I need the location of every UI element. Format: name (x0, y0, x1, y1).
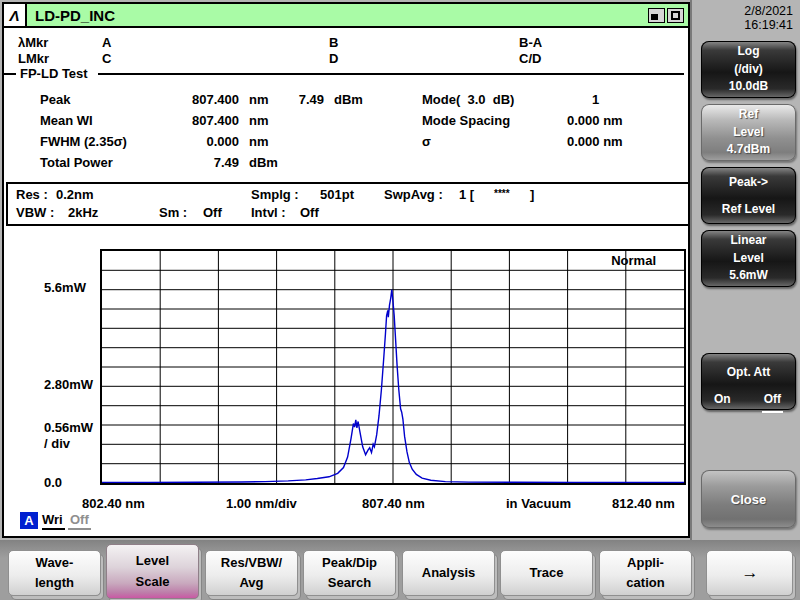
menu-application-button[interactable]: Appli- cation (599, 550, 692, 596)
close-button[interactable]: Close (701, 470, 796, 528)
spectrum-svg (102, 251, 684, 483)
y-axis-label-zero: 0.0 (44, 475, 62, 490)
swpavg-label: SwpAvg : (384, 187, 443, 202)
minimize-button[interactable] (648, 8, 665, 23)
res-value: 0.2nm (56, 187, 94, 202)
y-axis-label-mid: 2.80mW (44, 377, 93, 392)
fwhm-unit: nm (249, 134, 269, 149)
opt-att-title: Opt. Att (727, 364, 771, 381)
section-rule-right (98, 73, 684, 75)
peak-power: 7.49 (279, 92, 324, 107)
wl-marker-b: B (329, 35, 338, 50)
trace-indicator[interactable]: A (20, 512, 38, 529)
trace-write-mode[interactable]: Wri (42, 512, 65, 530)
peak-wavelength-unit: nm (249, 92, 269, 107)
smplg-label: Smplg : (251, 187, 299, 202)
optical-attenuator-button[interactable]: Opt. Att On Off (701, 353, 796, 410)
menu-level-scale-button[interactable]: Level Scale (106, 544, 199, 599)
lv-marker-ratio: C/D (519, 51, 541, 66)
y-axis-label-top: 5.6mW (44, 280, 86, 295)
mode-count-label: Mode( 3.0 dB) (422, 92, 514, 107)
date-text: 2/8/2021 (703, 4, 793, 18)
intvl-value: Off (300, 205, 319, 220)
linear-level-button[interactable]: Linear Level 5.6mW (701, 230, 796, 287)
mean-wl-label: Mean WI (40, 113, 93, 128)
ref-level-button[interactable]: Ref Level 4.7dBm (701, 104, 796, 161)
peak-to-ref-level-button[interactable]: Peak-> Ref Level (701, 167, 796, 224)
menu-trace-button[interactable]: Trace (500, 550, 593, 596)
time-text: 16:19:41 (703, 18, 793, 32)
x-axis-label-start: 802.40 nm (82, 496, 145, 511)
total-power-value: 7.49 (154, 155, 239, 170)
trace-mode-label: Normal (611, 253, 656, 268)
total-power-label: Total Power (40, 155, 113, 170)
sigma-label: σ (422, 134, 431, 149)
y-axis-scale-label2: / div (44, 436, 70, 451)
window-titlebar: Λ LD-PD_INC (4, 4, 688, 28)
sm-label: Sm : (159, 205, 187, 220)
osa-screen: Λ LD-PD_INC λMkr A B B-A LMkr C D C/D FP… (0, 0, 800, 600)
log-per-div-button[interactable]: Log (/div) 10.0dB (701, 41, 796, 98)
section-title: FP-LD Test (20, 66, 88, 81)
mode-spacing-label: Mode Spacing (422, 113, 510, 128)
res-label: Res : (16, 187, 48, 202)
window-title: LD-PD_INC (35, 7, 115, 24)
x-axis-label-center: 807.40 nm (362, 496, 425, 511)
menu-res-vbw-avg-button[interactable]: Res/VBW/ Avg (205, 550, 298, 596)
swpavg-bracket: ] (530, 187, 534, 202)
peak-wavelength: 807.400 (154, 92, 239, 107)
maximize-icon (671, 11, 680, 20)
trace-off-state[interactable]: Off (68, 512, 91, 530)
intvl-label: Intvl : (251, 205, 286, 220)
menu-next-page-button[interactable]: → (706, 550, 793, 596)
sm-value: Off (203, 205, 222, 220)
menu-wavelength-button[interactable]: Wave- length (8, 550, 101, 596)
swpavg-stars: **** (494, 188, 510, 199)
lv-marker-c: C (102, 51, 111, 66)
smplg-value: 501pt (320, 187, 354, 202)
minimize-icon (651, 14, 658, 20)
mode-spacing-value: 0.000 nm (567, 113, 623, 128)
anritsu-logo-icon: Λ (4, 4, 27, 26)
x-axis-label-per-div: 1.00 nm/div (226, 496, 297, 511)
mode-count-value: 1 (592, 92, 599, 107)
menu-peak-dip-search-button[interactable]: Peak/Dip Search (303, 550, 396, 596)
lv-marker-d: D (329, 51, 338, 66)
wl-marker-diff: B-A (519, 35, 542, 50)
peak-power-unit: dBm (334, 92, 363, 107)
next-page-arrow-icon: → (742, 560, 758, 586)
wl-marker-label: λMkr (18, 35, 48, 50)
x-axis-label-medium: in Vacuum (506, 496, 571, 511)
fwhm-value: 0.000 (154, 134, 239, 149)
spectrum-plot: Normal (100, 249, 686, 485)
maximize-button[interactable] (667, 8, 684, 23)
sigma-value: 0.000 nm (567, 134, 623, 149)
mean-wl-unit: nm (249, 113, 269, 128)
menu-analysis-button[interactable]: Analysis (402, 550, 495, 596)
opt-att-on-option[interactable]: On (714, 391, 731, 412)
datetime-display: 2/8/2021 16:19:41 (703, 4, 793, 32)
lv-marker-label: LMkr (18, 51, 49, 66)
vbw-value: 2kHz (68, 205, 98, 220)
section-rule-left (4, 73, 16, 75)
mean-wl-value: 807.400 (154, 113, 239, 128)
y-axis-scale-label: 0.56mW (44, 420, 93, 435)
total-power-unit: dBm (249, 155, 278, 170)
vbw-label: VBW : (16, 205, 54, 220)
swpavg-value: 1 [ (459, 187, 474, 202)
wl-marker-a: A (102, 35, 111, 50)
opt-att-off-option[interactable]: Off (762, 391, 783, 412)
fwhm-label: FWHM (2.35σ) (40, 134, 127, 149)
peak-label: Peak (40, 92, 70, 107)
x-axis-label-end: 812.40 nm (612, 496, 675, 511)
main-display-panel: Λ LD-PD_INC λMkr A B B-A LMkr C D C/D FP… (2, 2, 690, 538)
